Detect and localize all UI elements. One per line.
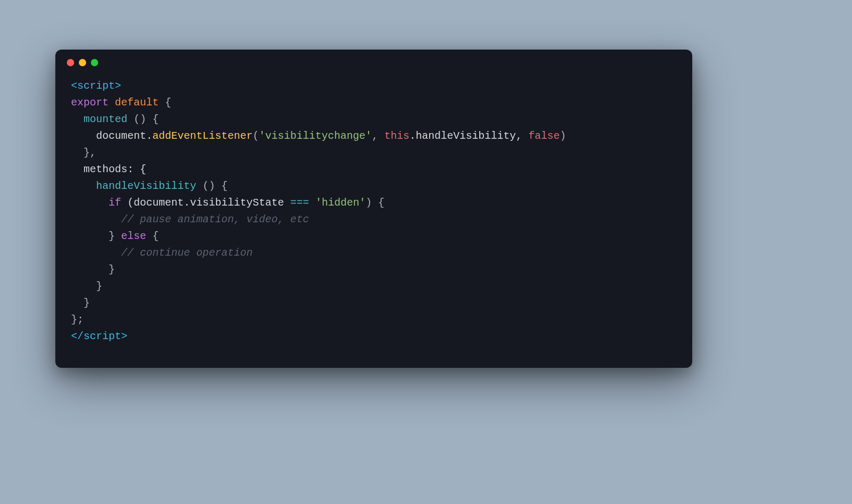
code-token: .handleVisibility, — [409, 130, 528, 142]
code-token — [71, 113, 84, 125]
code-token: }, — [71, 147, 96, 159]
window-titlebar — [55, 50, 692, 66]
code-token: addEventListener — [152, 130, 253, 142]
code-token: handleVisibility — [96, 180, 196, 192]
code-token — [71, 180, 96, 192]
code-token: this — [384, 130, 409, 142]
code-token: , — [372, 130, 384, 142]
code-token: 'hidden' — [315, 197, 365, 209]
code-token — [71, 247, 121, 259]
code-token: default — [115, 97, 159, 109]
code-token: () { — [196, 180, 228, 192]
code-token: if — [109, 197, 121, 209]
code-token — [309, 197, 315, 209]
code-token: } — [71, 297, 90, 309]
code-token: false — [528, 130, 560, 142]
code-token: } — [71, 230, 121, 242]
code-token: mounted — [84, 113, 127, 125]
code-token: ipt> — [102, 330, 127, 342]
code-token: (document.visibilityState — [121, 197, 290, 209]
code-block: <script> export default { mounted () { d… — [55, 66, 692, 368]
code-token: } — [71, 263, 115, 275]
code-token — [71, 213, 121, 225]
code-token — [71, 197, 109, 209]
code-token: 'visibilitychange' — [259, 130, 372, 142]
code-token: { — [146, 230, 159, 242]
code-token: }; — [71, 314, 84, 326]
zoom-icon[interactable] — [91, 59, 98, 66]
code-token: // pause animation, video, etc — [121, 213, 309, 225]
code-token: else — [121, 230, 146, 242]
code-token: ) — [560, 130, 566, 142]
code-token: ( — [253, 130, 259, 142]
code-window: <script> export default { mounted () { d… — [55, 50, 692, 368]
code-token: document. — [71, 130, 152, 142]
code-token: <script> — [71, 80, 121, 92]
code-token: === — [290, 197, 309, 209]
code-token: // continue operation — [121, 247, 253, 259]
code-token: methods: { — [71, 163, 146, 175]
minimize-icon[interactable] — [79, 59, 86, 66]
code-token: { — [159, 97, 171, 109]
code-token: () { — [127, 113, 159, 125]
close-icon[interactable] — [67, 59, 74, 66]
code-token: ) { — [365, 197, 384, 209]
code-token: export — [71, 97, 109, 109]
code-token: </scr — [71, 330, 102, 342]
code-token: } — [71, 280, 102, 292]
code-token — [109, 97, 115, 109]
